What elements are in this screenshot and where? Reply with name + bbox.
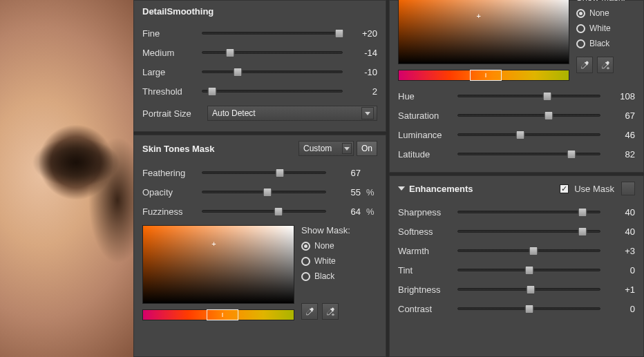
dropdown-arrow-icon: [361, 107, 374, 119]
softness-label: Softness: [398, 226, 452, 237]
latitude-value: 82: [606, 149, 635, 160]
portrait-size-value: Auto Detect: [212, 108, 256, 118]
threshold-slider-thumb[interactable]: [208, 87, 217, 96]
tint-slider-thumb[interactable]: [524, 266, 533, 275]
skin-tone-color-picker[interactable]: +: [142, 225, 294, 304]
luminance-slider[interactable]: [457, 133, 600, 136]
opacity-slider[interactable]: [202, 191, 326, 193]
large-slider[interactable]: [202, 70, 343, 73]
medium-slider[interactable]: [202, 51, 343, 54]
contrast-slider[interactable]: [457, 307, 600, 310]
medium-value: -14: [348, 48, 377, 58]
show-mask-label: Show Mask:: [301, 225, 350, 235]
top-eyedropper-button[interactable]: [576, 57, 593, 73]
medium-slider-thumb[interactable]: [226, 48, 235, 57]
large-value: -10: [348, 67, 377, 77]
fine-label: Fine: [142, 28, 196, 39]
contrast-slider-thumb[interactable]: [524, 305, 533, 313]
hue-selection-indicator[interactable]: [470, 70, 502, 81]
feathering-label: Feathering: [142, 168, 196, 178]
radio-label: None: [589, 8, 609, 18]
eyedropper-button[interactable]: [301, 303, 318, 320]
top-show-mask-white-radio[interactable]: White: [576, 21, 625, 36]
large-slider-thumb[interactable]: [233, 68, 242, 77]
fuzziness-label: Fuzziness: [142, 206, 196, 217]
latitude-slider[interactable]: [457, 153, 600, 155]
latitude-slider-thumb[interactable]: [567, 150, 576, 159]
hue-slider-thumb[interactable]: [543, 92, 552, 101]
skin-tones-on-button[interactable]: On: [357, 141, 377, 156]
skin-tones-preset-value: Custom: [303, 144, 332, 153]
fine-slider-thumb[interactable]: [334, 29, 343, 38]
warmth-slider[interactable]: [457, 249, 600, 252]
radio-icon: [576, 9, 585, 18]
radio-label: White: [589, 23, 611, 33]
sharpness-label: Sharpness: [398, 207, 452, 218]
radio-label: White: [314, 256, 336, 266]
hue-selection-indicator[interactable]: [207, 309, 238, 320]
luminance-value: 46: [606, 130, 635, 140]
top-hue-slider[interactable]: [398, 70, 569, 81]
saturation-slider[interactable]: [457, 114, 600, 117]
medium-label: Medium: [142, 48, 196, 58]
saturation-label: Saturation: [398, 110, 452, 121]
fine-slider[interactable]: [202, 32, 343, 35]
contrast-label: Contrast: [398, 304, 452, 314]
top-show-mask-none-radio[interactable]: None: [576, 6, 625, 21]
eyedropper-add-button[interactable]: [322, 303, 339, 320]
fuzziness-slider-thumb[interactable]: [274, 207, 283, 216]
saturation-slider-thumb[interactable]: [544, 111, 553, 120]
brightness-value: +1: [606, 284, 635, 295]
feathering-slider-thumb[interactable]: [276, 168, 285, 177]
luminance-slider-thumb[interactable]: [516, 131, 525, 139]
enhancements-extra-button[interactable]: [621, 182, 635, 195]
skin-tone-hue-slider[interactable]: [142, 309, 294, 320]
sharpness-slider[interactable]: [457, 211, 600, 213]
softness-slider-thumb[interactable]: [578, 227, 587, 236]
panel-enhancements: Enhancements Use Mask Sharpness 40 Softn…: [389, 175, 644, 357]
panel-skin-tones-mask: Skin Tones Mask Custom On Feathering 67 …: [133, 135, 386, 357]
softness-slider[interactable]: [457, 230, 600, 233]
luminance-label: Luminance: [398, 130, 452, 140]
enhancements-title: Enhancements: [409, 184, 473, 194]
radio-label: Black: [314, 271, 334, 281]
skin-tones-title: Skin Tones Mask: [142, 144, 215, 154]
latitude-label: Latitude: [398, 149, 452, 160]
top-eyedropper-add-button[interactable]: [597, 57, 614, 73]
skin-tones-preset-dropdown[interactable]: Custom: [299, 141, 354, 156]
brightness-slider-thumb[interactable]: [526, 285, 535, 294]
feathering-value: 67: [332, 168, 361, 178]
preview-photo: [0, 0, 133, 357]
warmth-slider-thumb[interactable]: [529, 247, 538, 255]
show-mask-none-radio[interactable]: None: [301, 238, 350, 253]
tint-slider[interactable]: [457, 269, 600, 271]
use-mask-label: Use Mask: [574, 184, 614, 194]
hue-slider[interactable]: [457, 95, 600, 97]
show-mask-white-radio[interactable]: White: [301, 253, 350, 269]
eyedropper-icon: [580, 60, 589, 70]
warmth-value: +3: [606, 246, 635, 256]
show-mask-black-radio[interactable]: Black: [301, 269, 350, 284]
portrait-size-dropdown[interactable]: Auto Detect: [207, 106, 377, 121]
threshold-value: 2: [348, 86, 377, 97]
top-color-picker[interactable]: +: [398, 0, 569, 64]
radio-label: Black: [589, 39, 609, 48]
threshold-slider[interactable]: [202, 90, 343, 93]
radio-icon: [301, 242, 310, 251]
threshold-label: Threshold: [142, 86, 196, 97]
top-show-mask-black-radio[interactable]: Black: [576, 36, 625, 51]
saturation-value: 67: [606, 110, 635, 121]
use-mask-checkbox[interactable]: Use Mask: [560, 182, 635, 195]
fuzziness-value: 64: [332, 206, 361, 217]
eyedropper-plus-icon: [600, 60, 610, 70]
fuzziness-slider[interactable]: [202, 210, 326, 213]
collapse-triangle-icon[interactable]: [398, 186, 405, 191]
radio-icon: [301, 257, 310, 266]
portrait-size-label: Portrait Size: [142, 108, 202, 119]
brightness-slider[interactable]: [457, 288, 600, 291]
opacity-slider-thumb[interactable]: [263, 188, 272, 197]
radio-icon: [576, 24, 585, 33]
sharpness-slider-thumb[interactable]: [578, 208, 587, 217]
feathering-slider[interactable]: [202, 171, 326, 174]
radio-icon: [576, 39, 585, 48]
